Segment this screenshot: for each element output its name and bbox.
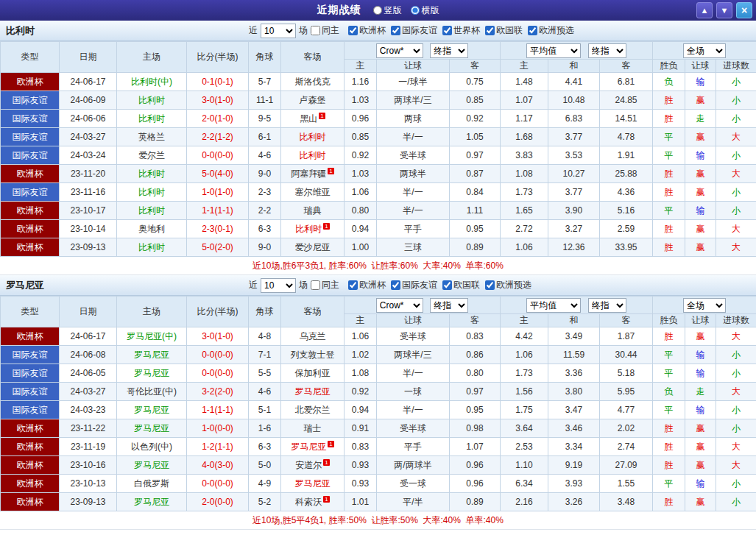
asia-final-select[interactable]: 终指 [430, 43, 468, 58]
away-team: 安道尔 [295, 460, 322, 470]
match-row[interactable]: 欧洲杯 23-09-13 比利时 5-0(2-0) 9-0 爱沙尼亚 1.00 … [1, 238, 756, 257]
match-row[interactable]: 欧洲杯 23-10-17 比利时 1-1(1-1) 2-2 瑞典 0.80 半/… [1, 202, 756, 220]
euro-final-select[interactable]: 终指 [588, 43, 626, 58]
competition-checkbox[interactable] [348, 280, 358, 290]
competition-filter[interactable]: 欧洲杯 [348, 279, 386, 291]
same-home-filter[interactable]: 同主 [311, 279, 339, 291]
match-date: 23-09-13 [60, 238, 117, 257]
same-home-checkbox[interactable] [311, 280, 320, 290]
match-row[interactable]: 国际友谊 24-03-27 英格兰 2-2(1-2) 6-1 比利时 0.85 … [1, 128, 756, 146]
euro-average-select[interactable]: 平均值 [526, 298, 581, 313]
competition-label: 欧洲杯 [359, 24, 386, 37]
match-row[interactable]: 欧洲杯 23-11-22 罗马尼亚 1-0(0-0) 1-6 瑞士 0.91 受… [1, 419, 756, 438]
match-score: 2-0(0-0) [187, 493, 249, 511]
match-row[interactable]: 欧洲杯 23-11-19 以色列(中) 1-2(1-1) 6-3 罗马尼亚1 0… [1, 438, 756, 456]
asia-company-select[interactable]: Crow* [376, 298, 423, 313]
same-home-label: 同主 [322, 279, 339, 291]
asia-company-select[interactable]: Crow* [376, 43, 423, 58]
match-row[interactable]: 欧洲杯 23-11-20 比利时 5-0(4-0) 9-0 阿塞拜疆1 1.03… [1, 165, 756, 183]
match-row[interactable]: 欧洲杯 23-10-14 奥地利 2-3(0-1) 6-3 比利时1 0.94 … [1, 220, 756, 238]
match-row[interactable]: 国际友谊 24-06-05 罗马尼亚 0-0(0-0) 5-5 保加利亚 1.0… [1, 364, 756, 383]
euro-draw-odds: 3.90 [548, 202, 600, 220]
result-handicap: 输 [685, 475, 716, 493]
match-row[interactable]: 国际友谊 24-03-24 爱尔兰 0-0(0-0) 4-6 比利时 0.92 … [1, 146, 756, 165]
competition-checkbox[interactable] [348, 26, 358, 35]
away-redcard-badge: 1 [319, 113, 325, 119]
col-header-type: 类型 [1, 42, 60, 73]
match-row[interactable]: 国际友谊 23-11-16 比利时 1-0(1-0) 2-3 塞尔维亚 1.06… [1, 183, 756, 202]
competition-checkbox[interactable] [485, 280, 495, 290]
competition-filter[interactable]: 国际友谊 [391, 279, 437, 291]
games-count-select[interactable]: 10 [261, 278, 296, 293]
match-score: 0-0(0-0) [187, 475, 249, 493]
competition-filter[interactable]: 欧国联 [485, 24, 523, 37]
competition-checkbox[interactable] [528, 26, 537, 35]
match-score: 5-0(4-0) [187, 165, 249, 183]
home-team: 爱尔兰 [138, 150, 165, 160]
league-badge: 国际友谊 [1, 146, 60, 165]
result-header: 全场 [653, 297, 756, 314]
asia-final-select[interactable]: 终指 [430, 298, 468, 313]
col-header-euro-away: 客 [600, 314, 653, 327]
full-match-select[interactable]: 全场 [683, 43, 726, 58]
same-home-checkbox[interactable] [311, 26, 320, 35]
match-row[interactable]: 国际友谊 24-03-27 哥伦比亚(中) 3-2(2-0) 4-6 罗马尼亚 … [1, 383, 756, 401]
match-row[interactable]: 国际友谊 24-06-06 比利时 2-0(1-0) 9-5 黑山1 0.96 … [1, 110, 756, 128]
layout-radio[interactable] [373, 6, 382, 15]
euro-average-select[interactable]: 平均值 [526, 43, 581, 58]
competition-checkbox[interactable] [485, 26, 495, 35]
asia-home-odds: 0.94 [345, 401, 377, 419]
euro-away-odds: 24.85 [600, 91, 653, 110]
competition-checkbox[interactable] [442, 280, 452, 290]
euro-away-odds: 5.18 [600, 364, 653, 383]
match-row[interactable]: 国际友谊 24-06-09 比利时 3-0(1-0) 11-1 卢森堡 1.03… [1, 91, 756, 110]
euro-away-odds: 2.59 [600, 220, 653, 238]
match-row[interactable]: 国际友谊 24-06-08 罗马尼亚 0-0(0-0) 7-1 列支敦士登 1.… [1, 346, 756, 364]
competition-filter[interactable]: 国际友谊 [391, 24, 437, 37]
same-home-label: 同主 [322, 24, 339, 37]
league-badge: 国际友谊 [1, 346, 60, 364]
asia-away-odds: 0.97 [450, 383, 501, 401]
match-date: 24-03-27 [60, 383, 117, 401]
match-row[interactable]: 欧洲杯 23-10-13 白俄罗斯 0-0(0-0) 4-9 罗马尼亚 0.93… [1, 475, 756, 493]
result-header: 全场 [653, 42, 756, 60]
team-section: 罗马尼亚 近 10 场 同主 欧洲杯国际友谊欧国联欧洲预选 [0, 275, 756, 530]
scroll-down-button[interactable]: ▼ [716, 2, 732, 18]
layout-radio[interactable] [411, 6, 420, 15]
match-score: 0-0(0-0) [187, 346, 249, 364]
result-goals: 小 [716, 346, 756, 364]
competition-checkbox[interactable] [442, 26, 452, 35]
competition-checkbox[interactable] [391, 280, 400, 290]
competition-filter[interactable]: 世界杯 [442, 24, 480, 37]
same-home-filter[interactable]: 同主 [311, 24, 339, 37]
match-date: 23-11-22 [60, 419, 117, 438]
close-button[interactable]: × [736, 2, 752, 18]
competition-filters: 欧洲杯国际友谊欧国联欧洲预选 [348, 279, 531, 291]
competition-checkbox[interactable] [391, 26, 400, 35]
layout-radio-option[interactable]: 横版 [411, 4, 439, 17]
match-row[interactable]: 欧洲杯 24-06-17 罗马尼亚(中) 3-0(1-0) 4-8 乌克兰 1.… [1, 327, 756, 346]
competition-filter[interactable]: 欧国联 [442, 279, 480, 291]
competition-filter[interactable]: 欧洲预选 [528, 24, 574, 37]
euro-home-odds: 1.17 [501, 110, 548, 128]
asia-away-odds: 0.89 [450, 238, 501, 257]
result-wdl: 负 [653, 73, 685, 91]
match-row[interactable]: 欧洲杯 23-09-13 罗马尼亚 2-0(0-0) 5-2 科索沃1 1.01… [1, 493, 756, 511]
competition-filter[interactable]: 欧洲杯 [348, 24, 386, 37]
match-date: 24-03-23 [60, 401, 117, 419]
games-count-select[interactable]: 10 [261, 24, 296, 38]
corner-score: 6-3 [249, 220, 281, 238]
euro-away-odds: 5.95 [600, 383, 653, 401]
asia-handicap: 两球半/三 [377, 91, 450, 110]
layout-radio-option[interactable]: 竖版 [373, 4, 402, 17]
euro-final-select[interactable]: 终指 [588, 298, 626, 313]
competition-filter[interactable]: 欧洲预选 [485, 279, 531, 291]
scroll-up-button[interactable]: ▲ [696, 2, 713, 18]
full-match-select[interactable]: 全场 [683, 298, 726, 313]
asia-home-odds: 1.06 [345, 327, 377, 346]
match-row[interactable]: 欧洲杯 23-10-16 罗马尼亚 4-0(3-0) 5-0 安道尔1 0.93… [1, 456, 756, 475]
match-row[interactable]: 国际友谊 24-03-23 罗马尼亚 1-1(1-1) 5-1 北爱尔兰 0.9… [1, 401, 756, 419]
euro-home-odds: 1.68 [501, 128, 548, 146]
match-row[interactable]: 欧洲杯 24-06-17 比利时(中) 0-1(0-1) 5-7 斯洛伐克 1.… [1, 73, 756, 91]
league-badge: 国际友谊 [1, 128, 60, 146]
